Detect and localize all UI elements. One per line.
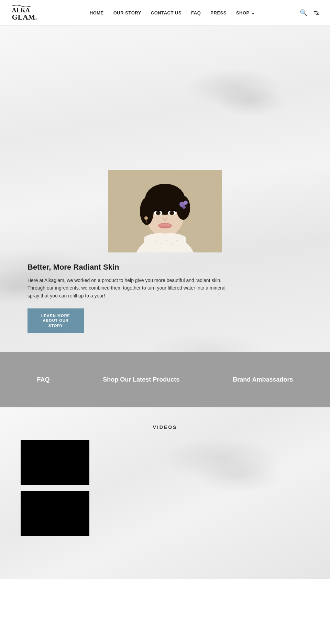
svg-point-13 — [182, 205, 186, 209]
svg-point-12 — [184, 201, 188, 205]
portrait-svg — [108, 170, 222, 252]
svg-point-8 — [140, 197, 154, 225]
nav-faq[interactable]: FAQ — [191, 10, 201, 15]
hero-text-block: Better, More Radiant Skin Here at Alkagl… — [0, 252, 261, 347]
ambassadors-link[interactable]: Brand Ambassadors — [233, 376, 293, 383]
logo[interactable]: ALKA GLAM. — [10, 3, 45, 22]
videos-content: VIDEOS — [0, 407, 330, 559]
hero-section: Better, More Radiant Skin Here at Alkagl… — [0, 26, 330, 352]
nav-our-story[interactable]: OUR STORY — [113, 10, 141, 15]
video-player-2[interactable] — [21, 491, 89, 536]
main-nav: HOME OUR STORY CONTACT US FAQ PRESS SHOP… — [90, 10, 255, 15]
faq-link[interactable]: FAQ — [37, 376, 50, 383]
logo-icon: ALKA GLAM. — [10, 3, 45, 22]
hero-body: Here at Alkaglam, we worked on a product… — [28, 276, 234, 300]
videos-title: VIDEOS — [21, 425, 309, 430]
cart-icon[interactable]: 🛍 — [314, 9, 320, 16]
hero-portrait-image — [108, 170, 222, 252]
svg-point-23 — [166, 240, 167, 241]
svg-point-25 — [176, 240, 178, 241]
svg-point-24 — [171, 243, 173, 245]
chevron-down-icon: ⌄ — [251, 10, 255, 15]
hero-heading: Better, More Radiant Skin — [28, 263, 234, 272]
shop-link[interactable]: Shop Our Latest Products — [103, 376, 179, 383]
video-player-1[interactable] — [21, 440, 89, 485]
svg-point-10 — [153, 185, 177, 202]
nav-shop[interactable]: SHOP ⌄ — [236, 10, 255, 15]
videos-section: VIDEOS — [0, 407, 330, 579]
header-actions: 🔍 🛍 — [300, 9, 320, 16]
svg-point-21 — [156, 240, 157, 241]
hero-content — [0, 26, 330, 252]
search-icon[interactable]: 🔍 — [300, 9, 307, 16]
nav-contact-us[interactable]: CONTACT US — [151, 10, 182, 15]
nav-press[interactable]: PRESS — [210, 10, 227, 15]
svg-text:GLAM.: GLAM. — [12, 13, 37, 21]
svg-point-17 — [169, 211, 174, 215]
svg-point-16 — [156, 211, 161, 215]
svg-text:ALKA: ALKA — [12, 7, 30, 13]
hero-image — [108, 170, 222, 252]
learn-more-button[interactable]: LEARN MORE ABOUT OUR STORY — [28, 308, 84, 333]
svg-point-19 — [144, 216, 148, 220]
site-header: ALKA GLAM. HOME OUR STORY CONTACT US FAQ… — [0, 0, 330, 26]
nav-home[interactable]: HOME — [90, 10, 104, 15]
gray-links-section: FAQ Shop Our Latest Products Brand Ambas… — [0, 352, 330, 407]
svg-point-22 — [161, 243, 162, 245]
